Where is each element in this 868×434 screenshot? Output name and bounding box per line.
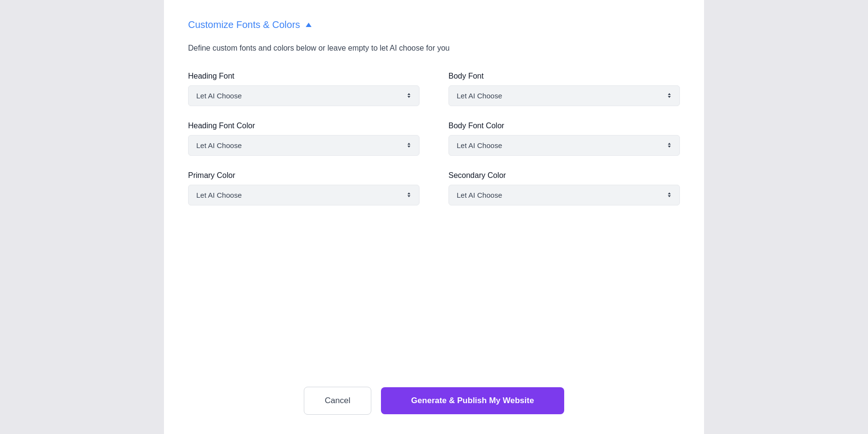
primary-color-select[interactable]: Let AI Choose Blue Green Red Purple Oran… — [188, 185, 420, 205]
body-font-color-select[interactable]: Let AI Choose Black White Dark Gray Navy… — [448, 135, 680, 156]
primary-color-label: Primary Color — [188, 171, 420, 180]
collapse-icon[interactable] — [306, 23, 312, 27]
section-description: Define custom fonts and colors below or … — [188, 42, 680, 54]
body-font-group: Body Font Let AI Choose Arial Georgia Ro… — [448, 72, 680, 106]
heading-font-color-label: Heading Font Color — [188, 122, 420, 130]
generate-publish-button[interactable]: Generate & Publish My Website — [381, 387, 564, 414]
form-grid: Heading Font Let AI Choose Arial Georgia… — [188, 72, 680, 205]
heading-font-group: Heading Font Let AI Choose Arial Georgia… — [188, 72, 420, 106]
page-wrapper: Customize Fonts & Colors Define custom f… — [0, 0, 868, 434]
left-panel — [0, 0, 164, 434]
main-card: Customize Fonts & Colors Define custom f… — [164, 0, 704, 434]
secondary-color-label: Secondary Color — [448, 171, 680, 180]
heading-font-color-group: Heading Font Color Let AI Choose Black W… — [188, 122, 420, 156]
heading-font-label: Heading Font — [188, 72, 420, 81]
right-panel — [704, 0, 868, 434]
primary-color-group: Primary Color Let AI Choose Blue Green R… — [188, 171, 420, 205]
body-font-color-group: Body Font Color Let AI Choose Black Whit… — [448, 122, 680, 156]
heading-font-color-select[interactable]: Let AI Choose Black White Dark Gray Navy… — [188, 135, 420, 156]
button-row: Cancel Generate & Publish My Website — [188, 377, 680, 415]
section-header: Customize Fonts & Colors — [188, 19, 680, 30]
body-font-color-label: Body Font Color — [448, 122, 680, 130]
cancel-button[interactable]: Cancel — [304, 387, 371, 415]
heading-font-select[interactable]: Let AI Choose Arial Georgia Roboto Open … — [188, 85, 420, 106]
secondary-color-select[interactable]: Let AI Choose Blue Green Red Purple Oran… — [448, 185, 680, 205]
body-font-label: Body Font — [448, 72, 680, 81]
body-font-select[interactable]: Let AI Choose Arial Georgia Roboto Open … — [448, 85, 680, 106]
secondary-color-group: Secondary Color Let AI Choose Blue Green… — [448, 171, 680, 205]
section-title[interactable]: Customize Fonts & Colors — [188, 19, 300, 30]
